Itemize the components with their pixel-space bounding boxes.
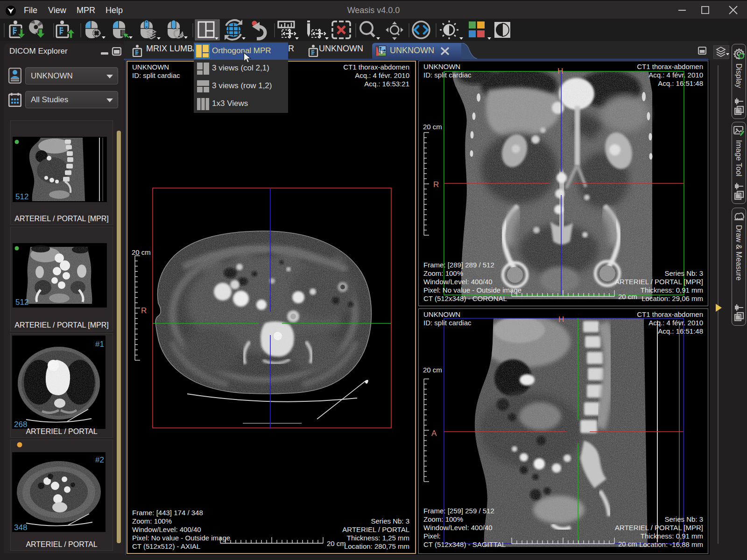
svg-text:Location: 29,06 mm: Location: 29,06 mm xyxy=(641,294,703,302)
svg-text:ID: split cardiac: ID: split cardiac xyxy=(423,71,472,79)
svg-text:Location: 280,75 mm: Location: 280,75 mm xyxy=(344,542,409,550)
svg-text:CT (512x348) - SAGITTAL: CT (512x348) - SAGITTAL xyxy=(423,540,506,548)
svg-text:Window/Level: 400/40: Window/Level: 400/40 xyxy=(423,278,493,286)
svg-text:Zoom: 100%: Zoom: 100% xyxy=(423,515,463,523)
svg-text:ARTERIEL / PORTAL [MPR]: ARTERIEL / PORTAL [MPR] xyxy=(615,524,703,532)
svg-text:Pixel: No value - Outside imag: Pixel: No value - Outside image xyxy=(423,286,521,294)
svg-text:Thickness: 0,91 mm: Thickness: 0,91 mm xyxy=(641,286,703,294)
svg-text:Window/Level: 400/40: Window/Level: 400/40 xyxy=(423,524,493,532)
svg-text:Acq.: 4 févr. 2010: Acq.: 4 févr. 2010 xyxy=(355,71,409,79)
svg-text:Pixel:: Pixel: xyxy=(423,532,441,540)
svg-text:Acq.: 16:51:48: Acq.: 16:51:48 xyxy=(658,79,703,87)
svg-text:#1: #1 xyxy=(95,340,104,349)
svg-text:20 cm: 20 cm xyxy=(132,248,151,256)
svg-text:ARTERIEL / PORTAL: ARTERIEL / PORTAL xyxy=(342,525,409,533)
svg-text:Thickness: 0,91 mm: Thickness: 0,91 mm xyxy=(641,532,703,540)
svg-text:CT (512x348) - CORONAL: CT (512x348) - CORONAL xyxy=(423,294,507,302)
svg-text:CT1 thorax-abdomen: CT1 thorax-abdomen xyxy=(343,63,409,71)
svg-text:Frame: [259] 259 / 512: Frame: [259] 259 / 512 xyxy=(423,507,494,515)
svg-text:H: H xyxy=(558,315,564,324)
svg-text:UNKNOWN: UNKNOWN xyxy=(132,63,169,71)
svg-text:Window/Level: 400/40: Window/Level: 400/40 xyxy=(132,525,201,533)
svg-text:20 cm: 20 cm xyxy=(618,293,637,301)
svg-text:20 cm: 20 cm xyxy=(423,366,442,374)
svg-text:#2: #2 xyxy=(95,455,104,464)
svg-text:Zoom: 100%: Zoom: 100% xyxy=(132,517,172,525)
svg-text:R: R xyxy=(433,180,439,189)
svg-text:Location: -16,88 mm: Location: -16,88 mm xyxy=(639,540,703,548)
svg-text:H: H xyxy=(557,67,563,76)
svg-text:Series Nb: 3: Series Nb: 3 xyxy=(371,517,409,525)
svg-text:20 cm: 20 cm xyxy=(423,123,442,131)
svg-text:512: 512 xyxy=(15,298,28,307)
svg-text:20 cm: 20 cm xyxy=(327,539,346,547)
svg-text:Frame: [443] 174 / 348: Frame: [443] 174 / 348 xyxy=(132,509,203,517)
svg-text:Pixel: No value - Outside imag: Pixel: No value - Outside image xyxy=(132,534,230,542)
svg-text:348: 348 xyxy=(14,523,27,532)
svg-text:CT (512x512) - AXIAL: CT (512x512) - AXIAL xyxy=(132,542,200,550)
svg-text:ID: split cardiac: ID: split cardiac xyxy=(423,319,472,327)
svg-text:Zoom: 100%: Zoom: 100% xyxy=(423,269,463,277)
svg-text:R: R xyxy=(141,306,147,315)
svg-text:CT1 thorax-abdomen: CT1 thorax-abdomen xyxy=(637,63,703,70)
svg-text:20 cm: 20 cm xyxy=(618,540,637,548)
svg-text:Acq.: 16:51:48: Acq.: 16:51:48 xyxy=(658,327,703,335)
svg-text:Thickness: 1,25 mm: Thickness: 1,25 mm xyxy=(347,534,409,542)
svg-text:Series Nb: 3: Series Nb: 3 xyxy=(664,269,703,277)
svg-text:UNKNOWN: UNKNOWN xyxy=(423,63,460,70)
svg-text:Series Nb: 3: Series Nb: 3 xyxy=(664,515,703,523)
svg-text:Acq.: 4 févr. 2010: Acq.: 4 févr. 2010 xyxy=(648,319,703,327)
svg-text:Acq.: 16:53:21: Acq.: 16:53:21 xyxy=(364,80,409,88)
svg-text:A: A xyxy=(431,429,437,438)
svg-text:Acq.: 4 févr. 2010: Acq.: 4 févr. 2010 xyxy=(648,71,703,79)
svg-text:512: 512 xyxy=(15,192,28,201)
svg-text:CT1 thorax-abdomen: CT1 thorax-abdomen xyxy=(637,310,703,318)
svg-text:UNKNOWN: UNKNOWN xyxy=(423,310,460,318)
svg-text:Frame: [289] 289 / 512: Frame: [289] 289 / 512 xyxy=(423,261,494,269)
svg-text:ARTERIEL / PORTAL [MPR]: ARTERIEL / PORTAL [MPR] xyxy=(615,278,703,286)
svg-text:ID: split cardiac: ID: split cardiac xyxy=(132,71,180,79)
